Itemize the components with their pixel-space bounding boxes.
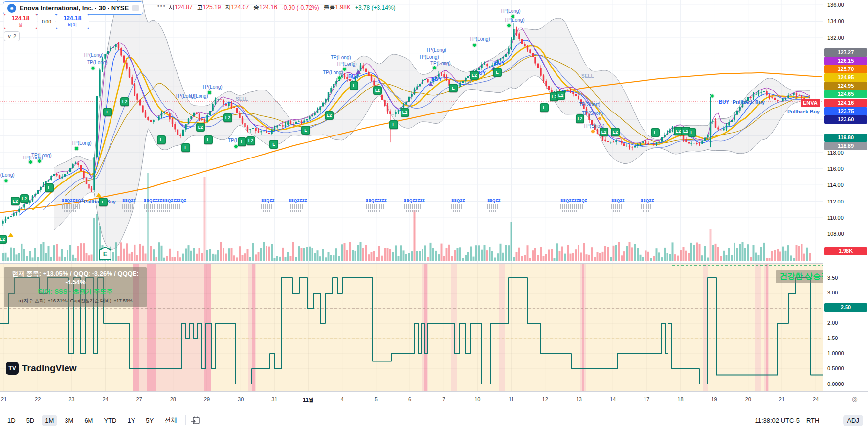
tp-long-marker-dot	[337, 76, 342, 80]
long-position-badge: L2	[611, 128, 620, 136]
long-position-badge: L	[238, 137, 246, 146]
tp-long-marker-dot	[28, 160, 33, 164]
tp-long-marker-dot	[207, 90, 212, 95]
long-position-badge: L2	[120, 97, 129, 106]
tp-short-marker-dot	[598, 116, 602, 121]
session-text[interactable]: RTH	[806, 417, 819, 424]
long-position-badge: L2	[576, 114, 584, 123]
tradingview-logo-icon: TV	[6, 362, 19, 375]
tp-long-label: TP(Long)	[83, 52, 104, 58]
pullback-buy-label: Pullback Buy	[733, 99, 765, 105]
squeeze-label: SSQZZ	[611, 198, 625, 203]
range-button-6m[interactable]: 6M	[81, 415, 96, 426]
date-label: 18	[677, 396, 683, 402]
range-button-5d[interactable]: 5D	[23, 415, 38, 426]
long-position-badge: L	[269, 140, 278, 149]
price-tick: 116.00	[827, 166, 844, 172]
range-button-1d[interactable]: 1D	[4, 415, 19, 426]
long-position-badge: L	[45, 183, 54, 192]
date-label: 31	[271, 396, 277, 402]
squeeze-mini-bars	[611, 204, 623, 209]
flag-icon[interactable]	[132, 5, 139, 11]
pullback-arrow-icon	[96, 193, 102, 197]
long-position-badge: L2	[373, 86, 382, 95]
symbol-search-pill[interactable]: e Enova International, Inc. · 30 · NYSE	[3, 1, 143, 15]
price-badge: 125.70	[824, 65, 867, 73]
alpha-gap-text: α (지수 초과): +16.31% / Gap(전일기준 대비): +17.5…	[6, 298, 145, 304]
squeeze-label: SSQZZZZ	[289, 198, 307, 203]
date-label: 30	[238, 396, 244, 402]
long-position-badge: L	[540, 103, 549, 112]
tp-long-label: TP(Long)	[336, 61, 357, 67]
date-label: 10	[474, 396, 480, 402]
price-badge: 124.95	[824, 73, 867, 82]
price-badge: 123.75	[824, 107, 867, 115]
range-button-3m[interactable]: 3M	[61, 415, 77, 426]
long-position-badge: L	[389, 120, 398, 129]
range-button-1m[interactable]: 1M	[42, 415, 57, 426]
date-label: 23	[68, 396, 74, 402]
indicator-badge: 2.50	[824, 303, 867, 312]
long-position-badge: L	[99, 198, 108, 206]
squeeze-mini-bars	[406, 210, 419, 212]
buy-signal-label: BUY	[348, 74, 358, 79]
long-position-badge: L2	[11, 197, 20, 205]
object-tree-collapse-chip[interactable]: ∨ 2	[4, 31, 20, 41]
date-label: 28	[170, 396, 176, 402]
long-position-badge: L	[493, 68, 502, 77]
time-axis[interactable]: ◎ 21222324272829303111월45671011121314171…	[0, 391, 868, 411]
more-options-icon[interactable]: •••	[157, 3, 166, 9]
long-position-badge: L2	[0, 235, 7, 244]
squeeze-mini-bars	[489, 210, 497, 212]
price-tick: 118.00	[827, 150, 844, 156]
range-button-1y[interactable]: 1Y	[124, 415, 138, 426]
indicator-tick: 3.00	[827, 290, 838, 295]
buy-triangle-icon	[428, 82, 433, 86]
sell-button[interactable]: 124.18 셀	[4, 14, 37, 29]
indicator-tick: 1.50	[827, 335, 838, 341]
sell-signal-label: SELL	[581, 73, 594, 79]
long-position-badge: L	[301, 126, 310, 135]
adjust-toggle[interactable]: ADJ	[843, 415, 863, 426]
chart-annotations-layer: TP(Long)TP(Long)TP(Long)TP(Long)TP(Long)…	[0, 0, 868, 391]
extra-change-value: +3.78 (+3.14%)	[355, 4, 396, 11]
date-label: 19	[711, 396, 717, 402]
earnings-icon: E	[99, 247, 111, 260]
indicator-tick: 2.00	[827, 320, 838, 326]
range-button-5y[interactable]: 5Y	[142, 415, 157, 426]
tp-long-label: TP(Long)	[426, 47, 446, 53]
indicator-tick: 0.0000	[827, 381, 844, 387]
price-axis[interactable]: 136.00134.00132.00118.00116.00114.00112.…	[823, 0, 868, 391]
go-to-date-icon[interactable]	[191, 415, 200, 425]
long-position-badge: L2	[600, 128, 608, 136]
price-tick: 112.00	[827, 199, 844, 204]
tp-long-label: TP(Long)	[469, 36, 490, 42]
date-label: 6	[408, 396, 411, 402]
tp-short-marker-dot	[591, 129, 595, 134]
svg-text:E: E	[103, 250, 108, 258]
long-position-badge: L2	[401, 108, 409, 117]
buy-button[interactable]: 124.18 바이	[56, 14, 89, 29]
ohlc-item: 고125.19	[197, 3, 221, 12]
range-button-ytd[interactable]: YTD	[100, 415, 120, 426]
axis-settings-icon[interactable]: ◎	[852, 395, 857, 403]
date-label: 5	[375, 396, 378, 402]
tp-long-label: TP(Long)	[188, 93, 208, 99]
price-badge: 123.60	[824, 115, 867, 124]
clock-text[interactable]: 11:38:02 UTC-5	[755, 417, 800, 424]
squeeze-mini-bars	[453, 210, 461, 212]
date-label: 22	[35, 396, 41, 402]
price-badge: 124.65	[824, 90, 867, 98]
squeeze-mini-bars	[146, 210, 171, 212]
change-value: -0.90 (-0.72%)	[282, 4, 319, 11]
squeeze-mini-bars	[641, 204, 652, 209]
spread-value: 0.00	[38, 14, 55, 29]
tradingview-watermark[interactable]: TV TradingView	[6, 362, 77, 375]
ohlc-legend: 시124.87고125.19저124.07종124.16 -0.90 (-0.7…	[169, 3, 396, 12]
range-button-전체[interactable]: 전체	[161, 414, 180, 427]
chevron-down-icon: ∨	[7, 33, 11, 40]
squeeze-label: SSQZZZZSSQZZZZQZ	[144, 198, 186, 203]
long-position-badge: L2	[20, 194, 29, 203]
indicator-tick: 3.50	[827, 275, 838, 281]
buy-signal-label: BUY	[494, 60, 505, 66]
